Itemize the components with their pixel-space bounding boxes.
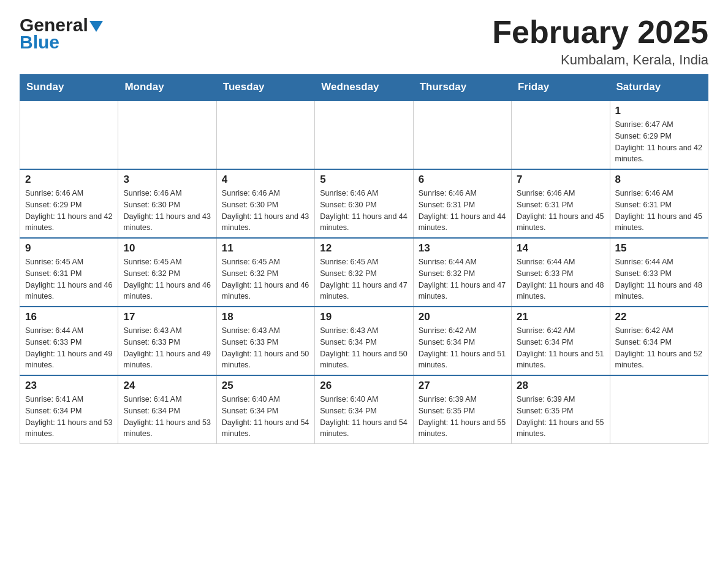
day-number: 20 xyxy=(419,311,506,323)
day-number: 3 xyxy=(123,174,211,186)
day-number: 23 xyxy=(25,380,113,392)
title-area: February 2025 Kumbalam, Kerala, India xyxy=(492,15,708,68)
day-info: Sunrise: 6:44 AM Sunset: 6:33 PM Dayligh… xyxy=(25,325,113,371)
calendar-cell xyxy=(118,101,216,170)
calendar-header-row: SundayMondayTuesdayWednesdayThursdayFrid… xyxy=(20,75,708,101)
calendar-cell: 1Sunrise: 6:47 AM Sunset: 6:29 PM Daylig… xyxy=(610,101,708,170)
day-info: Sunrise: 6:47 AM Sunset: 6:29 PM Dayligh… xyxy=(615,119,703,165)
day-number: 4 xyxy=(222,174,309,186)
calendar-week-row: 16Sunrise: 6:44 AM Sunset: 6:33 PM Dayli… xyxy=(20,307,708,375)
day-info: Sunrise: 6:42 AM Sunset: 6:34 PM Dayligh… xyxy=(517,325,604,371)
day-info: Sunrise: 6:46 AM Sunset: 6:30 PM Dayligh… xyxy=(123,188,211,234)
day-info: Sunrise: 6:46 AM Sunset: 6:29 PM Dayligh… xyxy=(25,188,113,234)
day-info: Sunrise: 6:40 AM Sunset: 6:34 PM Dayligh… xyxy=(320,394,408,440)
calendar-subtitle: Kumbalam, Kerala, India xyxy=(492,52,708,68)
header-day-monday: Monday xyxy=(118,75,216,101)
calendar-cell: 20Sunrise: 6:42 AM Sunset: 6:34 PM Dayli… xyxy=(413,307,511,375)
calendar-cell: 26Sunrise: 6:40 AM Sunset: 6:34 PM Dayli… xyxy=(315,375,413,444)
calendar-cell: 3Sunrise: 6:46 AM Sunset: 6:30 PM Daylig… xyxy=(118,169,216,238)
day-info: Sunrise: 6:46 AM Sunset: 6:31 PM Dayligh… xyxy=(615,188,703,234)
calendar-week-row: 1Sunrise: 6:47 AM Sunset: 6:29 PM Daylig… xyxy=(20,101,708,170)
day-number: 19 xyxy=(320,311,408,323)
calendar-body: 1Sunrise: 6:47 AM Sunset: 6:29 PM Daylig… xyxy=(20,101,708,444)
calendar-cell: 19Sunrise: 6:43 AM Sunset: 6:34 PM Dayli… xyxy=(315,307,413,375)
calendar-cell: 24Sunrise: 6:41 AM Sunset: 6:34 PM Dayli… xyxy=(118,375,216,444)
calendar-cell: 25Sunrise: 6:40 AM Sunset: 6:34 PM Dayli… xyxy=(216,375,314,444)
day-info: Sunrise: 6:46 AM Sunset: 6:30 PM Dayligh… xyxy=(320,188,408,234)
calendar-cell: 10Sunrise: 6:45 AM Sunset: 6:32 PM Dayli… xyxy=(118,238,216,307)
header-day-friday: Friday xyxy=(512,75,610,101)
day-number: 8 xyxy=(615,174,703,186)
calendar-cell: 17Sunrise: 6:43 AM Sunset: 6:33 PM Dayli… xyxy=(118,307,216,375)
day-number: 13 xyxy=(419,242,506,255)
day-info: Sunrise: 6:45 AM Sunset: 6:31 PM Dayligh… xyxy=(25,256,113,302)
calendar-cell xyxy=(216,101,314,170)
calendar-cell: 4Sunrise: 6:46 AM Sunset: 6:30 PM Daylig… xyxy=(216,169,314,238)
day-number: 10 xyxy=(123,242,211,255)
calendar-cell: 14Sunrise: 6:44 AM Sunset: 6:33 PM Dayli… xyxy=(512,238,610,307)
header-day-saturday: Saturday xyxy=(610,75,708,101)
day-info: Sunrise: 6:43 AM Sunset: 6:34 PM Dayligh… xyxy=(320,325,408,371)
calendar-cell: 18Sunrise: 6:43 AM Sunset: 6:33 PM Dayli… xyxy=(216,307,314,375)
calendar-week-row: 9Sunrise: 6:45 AM Sunset: 6:31 PM Daylig… xyxy=(20,238,708,307)
calendar-cell: 11Sunrise: 6:45 AM Sunset: 6:32 PM Dayli… xyxy=(216,238,314,307)
day-info: Sunrise: 6:45 AM Sunset: 6:32 PM Dayligh… xyxy=(222,256,309,302)
calendar-cell: 21Sunrise: 6:42 AM Sunset: 6:34 PM Dayli… xyxy=(512,307,610,375)
day-number: 25 xyxy=(222,380,309,392)
day-info: Sunrise: 6:39 AM Sunset: 6:35 PM Dayligh… xyxy=(419,394,506,440)
logo-blue-text: Blue xyxy=(20,32,59,53)
day-info: Sunrise: 6:44 AM Sunset: 6:32 PM Dayligh… xyxy=(419,256,506,302)
header: General Blue February 2025 Kumbalam, Ker… xyxy=(20,15,708,68)
calendar-cell: 23Sunrise: 6:41 AM Sunset: 6:34 PM Dayli… xyxy=(20,375,118,444)
logo-triangle-icon xyxy=(89,21,103,32)
calendar-title: February 2025 xyxy=(492,15,708,50)
calendar-cell xyxy=(512,101,610,170)
header-day-tuesday: Tuesday xyxy=(216,75,314,101)
day-number: 11 xyxy=(222,242,309,255)
day-number: 24 xyxy=(123,380,211,392)
day-info: Sunrise: 6:43 AM Sunset: 6:33 PM Dayligh… xyxy=(123,325,211,371)
calendar-cell: 28Sunrise: 6:39 AM Sunset: 6:35 PM Dayli… xyxy=(512,375,610,444)
calendar-table: SundayMondayTuesdayWednesdayThursdayFrid… xyxy=(20,74,708,444)
day-info: Sunrise: 6:40 AM Sunset: 6:34 PM Dayligh… xyxy=(222,394,309,440)
day-number: 1 xyxy=(615,105,703,117)
calendar-week-row: 23Sunrise: 6:41 AM Sunset: 6:34 PM Dayli… xyxy=(20,375,708,444)
calendar-cell: 8Sunrise: 6:46 AM Sunset: 6:31 PM Daylig… xyxy=(610,169,708,238)
day-number: 9 xyxy=(25,242,113,255)
calendar-cell xyxy=(315,101,413,170)
day-number: 16 xyxy=(25,311,113,323)
day-info: Sunrise: 6:46 AM Sunset: 6:31 PM Dayligh… xyxy=(517,188,604,234)
calendar-cell: 27Sunrise: 6:39 AM Sunset: 6:35 PM Dayli… xyxy=(413,375,511,444)
calendar-cell: 13Sunrise: 6:44 AM Sunset: 6:32 PM Dayli… xyxy=(413,238,511,307)
calendar-cell: 5Sunrise: 6:46 AM Sunset: 6:30 PM Daylig… xyxy=(315,169,413,238)
day-info: Sunrise: 6:45 AM Sunset: 6:32 PM Dayligh… xyxy=(320,256,408,302)
day-number: 14 xyxy=(517,242,604,255)
day-number: 28 xyxy=(517,380,604,392)
calendar-cell xyxy=(413,101,511,170)
calendar-cell: 9Sunrise: 6:45 AM Sunset: 6:31 PM Daylig… xyxy=(20,238,118,307)
calendar-cell: 7Sunrise: 6:46 AM Sunset: 6:31 PM Daylig… xyxy=(512,169,610,238)
day-number: 18 xyxy=(222,311,309,323)
day-info: Sunrise: 6:46 AM Sunset: 6:30 PM Dayligh… xyxy=(222,188,309,234)
day-number: 7 xyxy=(517,174,604,186)
calendar-cell: 15Sunrise: 6:44 AM Sunset: 6:33 PM Dayli… xyxy=(610,238,708,307)
calendar-cell: 2Sunrise: 6:46 AM Sunset: 6:29 PM Daylig… xyxy=(20,169,118,238)
day-number: 21 xyxy=(517,311,604,323)
day-info: Sunrise: 6:45 AM Sunset: 6:32 PM Dayligh… xyxy=(123,256,211,302)
day-info: Sunrise: 6:42 AM Sunset: 6:34 PM Dayligh… xyxy=(419,325,506,371)
day-info: Sunrise: 6:41 AM Sunset: 6:34 PM Dayligh… xyxy=(25,394,113,440)
day-number: 12 xyxy=(320,242,408,255)
calendar-cell: 22Sunrise: 6:42 AM Sunset: 6:34 PM Dayli… xyxy=(610,307,708,375)
calendar-header: SundayMondayTuesdayWednesdayThursdayFrid… xyxy=(20,75,708,101)
day-info: Sunrise: 6:44 AM Sunset: 6:33 PM Dayligh… xyxy=(517,256,604,302)
day-info: Sunrise: 6:42 AM Sunset: 6:34 PM Dayligh… xyxy=(615,325,703,371)
day-number: 15 xyxy=(615,242,703,255)
day-number: 2 xyxy=(25,174,113,186)
svg-marker-0 xyxy=(89,21,103,32)
day-number: 6 xyxy=(419,174,506,186)
calendar-week-row: 2Sunrise: 6:46 AM Sunset: 6:29 PM Daylig… xyxy=(20,169,708,238)
day-number: 22 xyxy=(615,311,703,323)
calendar-cell xyxy=(20,101,118,170)
calendar-cell: 16Sunrise: 6:44 AM Sunset: 6:33 PM Dayli… xyxy=(20,307,118,375)
logo: General Blue xyxy=(20,15,103,53)
